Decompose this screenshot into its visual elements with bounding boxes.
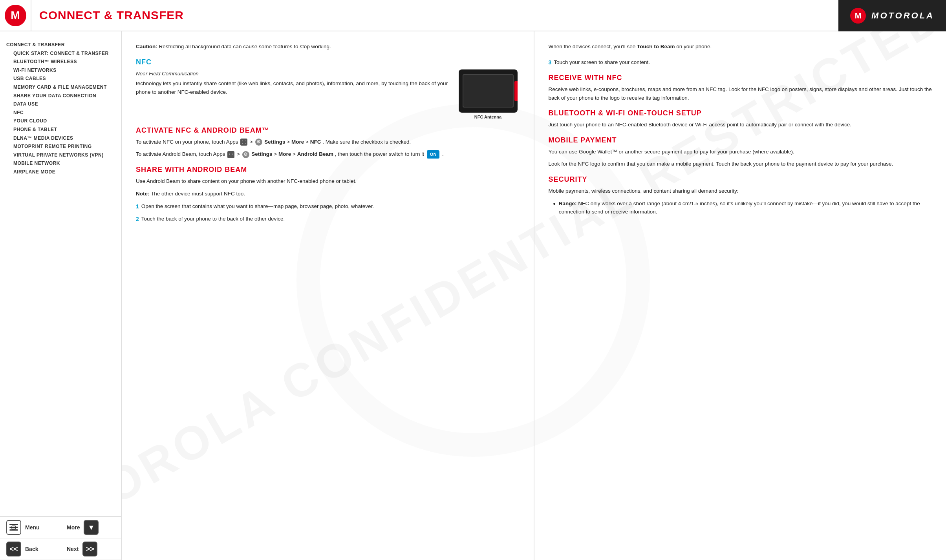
range-label: Range: bbox=[559, 201, 577, 206]
sidebar-item-motoprint[interactable]: MOTOPRINT REMOTE PRINTING bbox=[6, 142, 121, 151]
bt-wifi-heading: BLUETOOTH & WI-FI ONE-TOUCH SETUP bbox=[549, 109, 932, 117]
nfc-device-image bbox=[459, 69, 518, 113]
activate-para1-end: . Make sure the checkbox is checked. bbox=[322, 139, 411, 145]
step-2: 2 Touch the back of your phone to the ba… bbox=[136, 215, 520, 223]
activate-nfc-label: NFC bbox=[310, 139, 321, 145]
step-3-text: Touch your screen to share your content. bbox=[554, 58, 650, 67]
content-area: Caution: Restricting all background data… bbox=[122, 31, 946, 560]
main-layout: CONNECT & TRANSFER QUICK START: CONNECT … bbox=[0, 31, 946, 560]
note-label: Note: bbox=[136, 191, 150, 197]
note-text-content: The other device must support NFC too. bbox=[151, 191, 245, 197]
on-badge: ON bbox=[427, 150, 440, 159]
beam-continuation: When the devices connect, you'll see Tou… bbox=[549, 42, 932, 51]
activate-para1: To activate NFC on your phone, touch App… bbox=[136, 138, 520, 146]
menu-button[interactable]: Menu bbox=[0, 520, 60, 535]
sidebar-item-phone-tablet[interactable]: PHONE & TABLET bbox=[6, 126, 121, 134]
step-1-text: Open the screen that contains what you w… bbox=[141, 202, 374, 211]
svg-rect-2 bbox=[9, 529, 18, 531]
nfc-with-image: Near Field Communication technology lets… bbox=[136, 69, 520, 119]
more-icon: ▼ bbox=[84, 520, 99, 535]
activate-para1-prefix: To activate NFC on your phone, touch App… bbox=[136, 139, 240, 145]
sidebar: CONNECT & TRANSFER QUICK START: CONNECT … bbox=[0, 31, 122, 560]
menu-label: Menu bbox=[25, 524, 40, 531]
step-2-text: Touch the back of your phone to the back… bbox=[141, 215, 285, 223]
menu-icon bbox=[6, 520, 21, 535]
content-right: When the devices connect, you'll see Tou… bbox=[534, 31, 946, 560]
caution-label: Caution: bbox=[136, 44, 157, 49]
step-3-number: 3 bbox=[549, 58, 552, 67]
sidebar-item-data-use[interactable]: DATA USE bbox=[6, 100, 121, 109]
security-section: SECURITY Mobile payments, wireless conne… bbox=[549, 175, 932, 216]
header-brand: M MOTOROLA bbox=[838, 0, 946, 31]
nfc-red-bar bbox=[514, 81, 518, 101]
sidebar-item-share-data[interactable]: SHARE YOUR DATA CONNECTION bbox=[6, 92, 121, 100]
mobile-payment-para2: Look for the NFC logo to confirm that yo… bbox=[549, 160, 932, 168]
activate-gt3: > bbox=[306, 139, 310, 145]
footer-row-bottom: << Back Next >> bbox=[0, 538, 121, 560]
nfc-text-block: Near Field Communication technology lets… bbox=[136, 69, 449, 119]
next-button[interactable]: Next >> bbox=[60, 542, 121, 556]
sidebar-item-nfc[interactable]: NFC bbox=[6, 109, 121, 117]
activate-settings-label: Settings bbox=[264, 139, 285, 145]
share-intro: Use Android Beam to share content on you… bbox=[136, 177, 520, 186]
settings-icon-2 bbox=[242, 151, 249, 158]
beam-bold: Touch to Beam bbox=[637, 44, 675, 49]
nfc-subtitle: Near Field Communication bbox=[136, 69, 449, 78]
security-heading: SECURITY bbox=[549, 175, 932, 184]
activate-para2: To activate Android Beam, touch Apps > S… bbox=[136, 150, 520, 159]
beam-suffix-text: on your phone. bbox=[676, 44, 712, 49]
sidebar-item-quick-start[interactable]: QUICK START: CONNECT & TRANSFER bbox=[6, 49, 121, 58]
security-intro: Mobile payments, wireless connections, a… bbox=[549, 187, 932, 195]
caution-block: Caution: Restricting all background data… bbox=[136, 42, 520, 51]
nfc-section: NFC Near Field Communication technology … bbox=[136, 58, 520, 119]
activate-para2-gt1: > bbox=[237, 151, 242, 157]
activate-heading: ACTIVATE NFC & ANDROID BEAM™ bbox=[136, 126, 520, 135]
beam-prefix: When the devices connect, you'll see bbox=[549, 44, 636, 49]
activate-section: ACTIVATE NFC & ANDROID BEAM™ To activate… bbox=[136, 126, 520, 159]
content-left: Caution: Restricting all background data… bbox=[122, 31, 534, 560]
activate-settings-label-2: Settings bbox=[251, 151, 272, 157]
sidebar-item-cloud[interactable]: YOUR CLOUD bbox=[6, 117, 121, 126]
receive-nfc-heading: RECEIVE WITH NFC bbox=[549, 74, 932, 82]
nfc-image-block: NFC Antenna bbox=[457, 69, 520, 119]
security-bullet: • Range: NFC only works over a short ran… bbox=[549, 199, 932, 216]
activate-gt4: > bbox=[274, 151, 278, 157]
bt-wifi-body: Just touch your phone to an NFC-enabled … bbox=[549, 120, 932, 129]
mobile-payment-section: MOBILE PAYMENT You can use Google Wallet… bbox=[549, 136, 932, 168]
sidebar-item-dlna[interactable]: DLNA™ MEDIA DEVICES bbox=[6, 134, 121, 143]
sidebar-item-memory[interactable]: MEMORY CARD & FILE MANAGEMENT bbox=[6, 83, 121, 92]
sidebar-item-mobile-network[interactable]: MOBILE NETWORK bbox=[6, 159, 121, 168]
activate-para2-suffix: , then touch the power switch to turn it bbox=[335, 151, 426, 157]
back-button[interactable]: << Back bbox=[0, 542, 60, 556]
more-label: More bbox=[67, 524, 80, 531]
apps-icon bbox=[240, 139, 247, 146]
security-bullet-text: Range: NFC only works over a short range… bbox=[559, 199, 932, 216]
sidebar-item-usb[interactable]: USB CABLES bbox=[6, 75, 121, 83]
sidebar-footer: Menu More ▼ << Back Next >> bbox=[0, 516, 121, 560]
nfc-image-caption: NFC Antenna bbox=[474, 115, 501, 119]
svg-rect-0 bbox=[9, 524, 18, 525]
brand-name: MOTOROLA bbox=[871, 11, 934, 21]
activate-android-beam: Android Beam bbox=[297, 151, 333, 157]
sidebar-item-connect-transfer[interactable]: CONNECT & TRANSFER bbox=[6, 41, 121, 49]
sidebar-item-wifi[interactable]: WI-FI NETWORKS bbox=[6, 66, 121, 75]
receive-nfc-body: Receive web links, e-coupons, brochures,… bbox=[549, 85, 932, 102]
activate-gt2: > bbox=[287, 139, 291, 145]
sidebar-item-bluetooth[interactable]: BLUETOOTH™ WIRELESS bbox=[6, 58, 121, 66]
brand-logo-icon: M bbox=[850, 8, 866, 24]
motorola-logo-icon: M bbox=[5, 5, 26, 26]
nfc-screen bbox=[463, 74, 514, 108]
sidebar-nav: CONNECT & TRANSFER QUICK START: CONNECT … bbox=[0, 39, 121, 184]
next-icon: >> bbox=[82, 542, 97, 556]
step-3: 3 Touch your screen to share your conten… bbox=[549, 58, 932, 67]
sidebar-item-vpn[interactable]: VIRTUAL PRIVATE NETWORKS (VPN) bbox=[6, 151, 121, 160]
sidebar-item-airplane[interactable]: AIRPLANE MODE bbox=[6, 168, 121, 177]
more-button[interactable]: More ▼ bbox=[60, 520, 121, 535]
mobile-payment-heading: MOBILE PAYMENT bbox=[549, 136, 932, 144]
back-icon: << bbox=[6, 542, 21, 556]
header-title: CONNECT & TRANSFER bbox=[39, 9, 184, 22]
apps-icon-2 bbox=[227, 151, 234, 158]
mobile-payment-para1: You can use Google Wallet™ or another se… bbox=[549, 148, 932, 156]
activate-more-2: More bbox=[278, 151, 291, 157]
back-label: Back bbox=[25, 546, 38, 552]
